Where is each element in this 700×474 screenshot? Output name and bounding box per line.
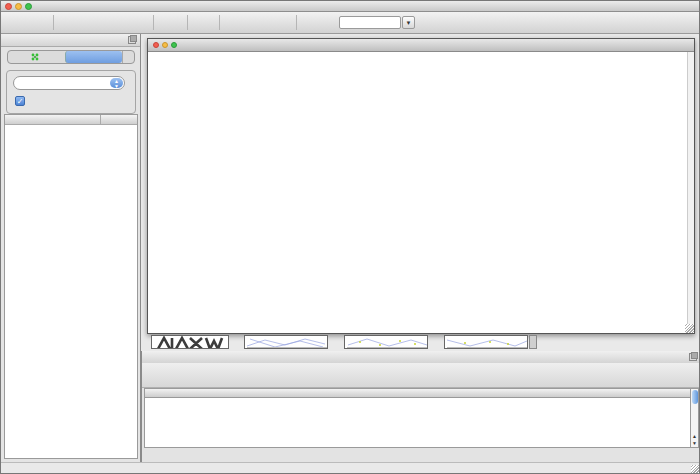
toolbar-separator: [219, 15, 220, 30]
minimize-button[interactable]: [15, 3, 22, 10]
inner-zoom-button[interactable]: [171, 42, 177, 48]
scroll-up-icon[interactable]: ▲: [691, 433, 698, 439]
background-window-strip[interactable]: [529, 335, 537, 349]
attribute-browser-tabs: [142, 449, 700, 462]
network-view-window[interactable]: [147, 38, 695, 334]
toolbar-separator: [187, 15, 188, 30]
background-window-strip[interactable]: [444, 335, 528, 349]
tab-overflow-button[interactable]: [122, 51, 134, 63]
background-window-strip[interactable]: [344, 335, 428, 349]
status-bar: [1, 462, 700, 474]
combo-stepper-icon: ▲▼: [110, 78, 123, 88]
network-view-title-bar[interactable]: [148, 39, 694, 52]
tree-header-nodes: [101, 115, 137, 124]
tree-header-network: [5, 115, 101, 124]
search-dropdown-button[interactable]: ▼: [402, 16, 415, 29]
zoom-window-button[interactable]: [25, 3, 32, 10]
control-panel: ▲▼ ✓: [1, 34, 141, 462]
control-panel-tabs: [7, 50, 135, 64]
title-bar[interactable]: [1, 1, 700, 12]
background-window-strip[interactable]: [244, 335, 328, 349]
select-nodes-row: ✓: [15, 96, 29, 106]
table-scrollbar[interactable]: ▲ ▼: [690, 388, 699, 448]
toolbar-separator: [296, 15, 297, 30]
network-preview: [345, 336, 428, 349]
data-panel: ▲ ▼: [141, 351, 700, 462]
select-nodes-checkbox[interactable]: ✓: [15, 96, 25, 106]
toolbar-separator: [53, 15, 54, 30]
inner-minimize-button[interactable]: [162, 42, 168, 48]
search-input[interactable]: [339, 16, 401, 29]
tab-network[interactable]: [8, 51, 65, 63]
network-preview: [245, 336, 328, 349]
float-panel-icon[interactable]: [689, 353, 697, 361]
network-preview: [445, 336, 528, 349]
toolbar-separator: [153, 15, 154, 30]
scroll-down-icon[interactable]: ▼: [691, 440, 698, 446]
network-canvas-drawing[interactable]: [148, 52, 687, 333]
canvas-vertical-scrollbar[interactable]: [687, 52, 694, 333]
table-scrollbar-thumb[interactable]: [692, 390, 698, 404]
overview-glyphs: [152, 336, 229, 349]
inner-close-button[interactable]: [153, 42, 159, 48]
attribute-table: [144, 388, 692, 448]
node-color-attribute-select[interactable]: ▲▼: [13, 76, 125, 90]
float-panel-icon[interactable]: [128, 36, 136, 44]
app-resize-grip[interactable]: [691, 465, 700, 474]
background-window-strip[interactable]: [151, 335, 229, 349]
attribute-table-header: [145, 389, 691, 398]
close-button[interactable]: [5, 3, 12, 10]
data-panel-toolbar: [142, 363, 700, 388]
mdi-desktop: [141, 34, 700, 351]
tree-header: [5, 115, 137, 125]
mosaic-tree: [4, 114, 138, 459]
tab-mosaic[interactable]: [65, 51, 123, 63]
inner-window-resize-grip[interactable]: [685, 324, 694, 333]
network-tab-icon: [31, 53, 39, 61]
main-toolbar: ▼: [1, 12, 700, 34]
cytoscape-main-window: ▼ ▲▼: [0, 0, 700, 474]
network-canvas[interactable]: [148, 52, 694, 333]
control-panel-title: [1, 34, 140, 47]
